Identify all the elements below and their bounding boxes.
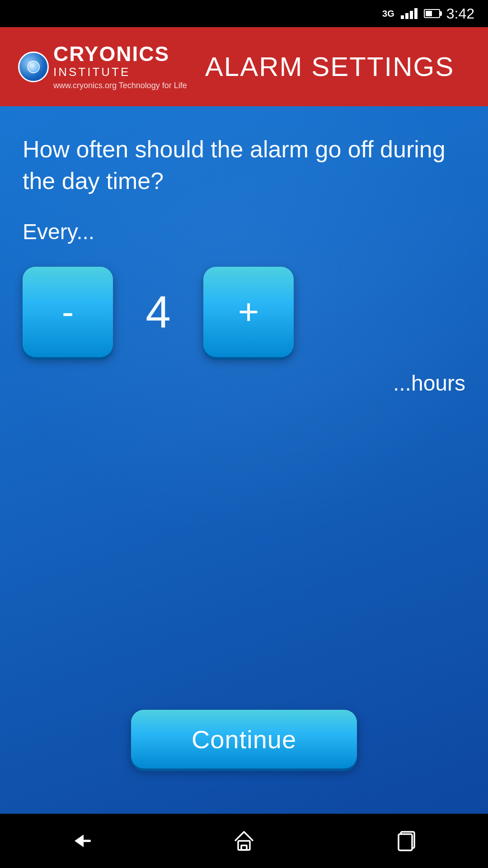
status-icons: 3G 3:42	[382, 5, 474, 22]
home-icon	[233, 830, 255, 852]
back-button[interactable]	[54, 823, 108, 859]
increment-button[interactable]: +	[203, 267, 294, 357]
battery-icon	[424, 9, 440, 18]
home-button[interactable]	[217, 823, 271, 859]
status-bar: 3G 3:42	[0, 0, 488, 27]
logo-area: CRYONICS INSTITUTE www.cryonics.org Tech…	[18, 43, 187, 90]
logo-icon	[18, 52, 49, 82]
every-label: Every...	[23, 219, 465, 244]
logo-text: CRYONICS INSTITUTE www.cryonics.org Tech…	[53, 43, 187, 90]
clock: 3:42	[446, 5, 474, 22]
recents-icon	[395, 830, 418, 852]
counter-row: - 4 +	[23, 267, 465, 357]
spacer	[23, 396, 465, 710]
navigation-bar	[0, 814, 488, 868]
signal-strength-icon	[401, 8, 418, 19]
hours-label: ...hours	[23, 371, 465, 396]
signal-type: 3G	[382, 9, 394, 19]
main-content: How often should the alarm go off during…	[0, 106, 488, 814]
logo-brand-name: CRYONICS	[53, 43, 187, 64]
back-icon	[69, 832, 94, 850]
app-header: CRYONICS INSTITUTE www.cryonics.org Tech…	[0, 27, 488, 106]
logo-sub-name: INSTITUTE	[53, 65, 187, 79]
continue-button[interactable]: Continue	[131, 710, 357, 769]
decrement-button[interactable]: -	[23, 267, 113, 357]
recents-button[interactable]	[380, 823, 434, 859]
page-title: ALARM SETTINGS	[205, 51, 470, 82]
logo-tagline: www.cryonics.org Technology for Life	[53, 81, 187, 90]
svg-rect-1	[241, 845, 247, 850]
counter-value: 4	[113, 286, 203, 338]
svg-rect-3	[399, 834, 412, 850]
question-label: How often should the alarm go off during…	[23, 133, 465, 197]
